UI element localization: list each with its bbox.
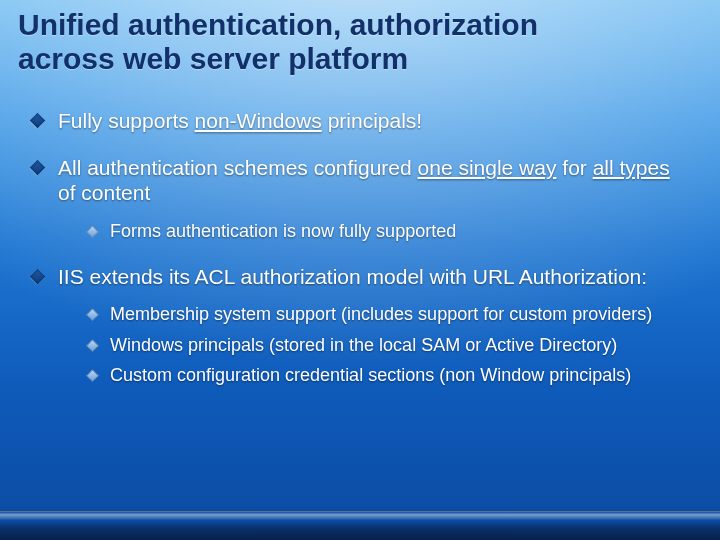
title-line-1: Unified authentication, authorization [18,8,538,41]
text-segment: Membership system support (includes supp… [110,304,652,324]
sub-bullet-item: Membership system support (includes supp… [88,303,690,326]
sub-bullet-item: Custom configuration credential sections… [88,364,690,387]
slide-body: Fully supports non-Windows principals!Al… [30,108,690,409]
bullet-list-level-1: Fully supports non-Windows principals!Al… [30,108,690,387]
bullet-item: Fully supports non-Windows principals! [30,108,690,133]
text-segment: of content [58,181,150,204]
bullet-item: IIS extends its ACL authorization model … [30,264,690,387]
slide: Unified authentication, authorization ac… [0,0,720,540]
bullet-list-level-2: Forms authentication is now fully suppor… [88,220,690,243]
footer-band [0,511,720,540]
text-segment: Fully supports [58,109,195,132]
text-segment: all types [593,156,670,179]
text-segment: Windows principals (stored in the local … [110,335,617,355]
text-segment: one single way [418,156,557,179]
text-segment: non-Windows [195,109,322,132]
title-line-2: across web server platform [18,42,408,75]
text-segment: Custom configuration credential sections… [110,365,631,385]
text-segment: IIS extends its ACL authorization model … [58,265,647,288]
bullet-item: All authentication schemes configured on… [30,155,690,242]
text-segment: Forms authentication is now fully suppor… [110,221,456,241]
sub-bullet-item: Forms authentication is now fully suppor… [88,220,690,243]
text-segment: principals! [322,109,422,132]
sub-bullet-item: Windows principals (stored in the local … [88,334,690,357]
text-segment: for [556,156,592,179]
slide-title: Unified authentication, authorization ac… [18,8,702,75]
bullet-list-level-2: Membership system support (includes supp… [88,303,690,387]
text-segment: All authentication schemes configured [58,156,418,179]
